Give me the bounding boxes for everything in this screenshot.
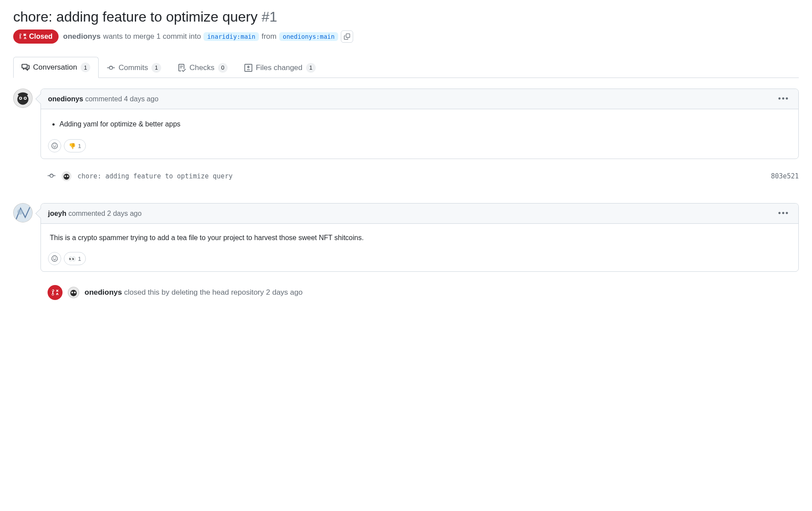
tab-conversation[interactable]: Conversation 1 [13, 57, 99, 78]
avatar[interactable] [13, 89, 33, 108]
comment-box: onedionys commented 4 days ago ••• Addin… [41, 89, 799, 159]
event-text: closed this by deleting the head reposit… [124, 288, 264, 296]
comment-bullet: Adding yaml for optimize & better apps [59, 119, 790, 130]
avatar-small[interactable] [68, 287, 79, 298]
smiley-icon [51, 142, 58, 149]
event-text-wrapper: onedionys closed this by deleting the he… [85, 288, 303, 297]
comment-body: Adding yaml for optimize & better apps [41, 109, 798, 139]
reaction-count: 1 [78, 143, 81, 149]
svg-point-21 [74, 292, 76, 293]
commit-sha[interactable]: 803e521 [771, 172, 799, 180]
timeline-commit: chore: adding feature to optimize query … [48, 167, 799, 185]
comment-body: This is a crypto spammer trying to add a… [41, 224, 798, 252]
svg-point-12 [67, 175, 69, 177]
reaction-count: 1 [78, 256, 81, 262]
tab-count: 1 [306, 63, 316, 73]
comment-actions-menu[interactable]: ••• [776, 93, 791, 104]
reaction-emoji: 👎 [69, 143, 76, 149]
timeline-comment: onedionys commented 4 days ago ••• Addin… [13, 89, 799, 159]
tab-count: 1 [151, 63, 161, 73]
pr-meta-row: Closed onedionys wants to merge 1 commit… [13, 30, 799, 44]
pr-number: #1 [262, 9, 277, 25]
tab-commits[interactable]: Commits 1 [99, 57, 170, 78]
git-pr-closed-icon [52, 289, 59, 296]
comment-actions-menu[interactable]: ••• [776, 208, 791, 219]
svg-point-10 [63, 174, 69, 180]
comment-reactions: 👀 1 [41, 252, 798, 271]
comment-box: joeyh commented 2 days ago ••• This is a… [41, 203, 799, 272]
state-text: Closed [29, 33, 52, 41]
tab-count: 0 [218, 63, 228, 73]
file-diff-icon [244, 64, 252, 72]
avatar-small[interactable] [62, 171, 71, 181]
smiley-icon [51, 255, 58, 262]
commit-icon [107, 64, 115, 72]
base-branch-chip[interactable]: inaridiy:main [203, 32, 259, 41]
comment-header: onedionys commented 4 days ago ••• [41, 89, 798, 109]
commit-node-icon [48, 172, 55, 181]
head-branch-chip[interactable]: onedionys:main [279, 32, 338, 41]
checklist-icon [178, 64, 186, 72]
reaction-thumbs-down[interactable]: 👎 1 [64, 139, 86, 152]
timeline: onedionys commented 4 days ago ••• Addin… [13, 89, 799, 300]
avatar[interactable] [13, 203, 33, 222]
user-avatar-icon [14, 204, 32, 222]
tab-files-changed[interactable]: Files changed 1 [236, 57, 324, 78]
tab-label: Conversation [33, 63, 77, 72]
timeline-event-closed: onedionys closed this by deleting the he… [48, 285, 799, 300]
comment-header: joeyh commented 2 days ago ••• [41, 204, 798, 224]
comment-reactions: 👎 1 [41, 139, 798, 159]
event-time[interactable]: 2 days ago [266, 288, 303, 296]
comment-discussion-icon [22, 63, 30, 71]
commit-message[interactable]: chore: adding feature to optimize query [78, 172, 765, 180]
pr-title-text: chore: adding feature to optimize query [13, 9, 258, 25]
comment-verb: commented [85, 95, 122, 103]
comment-verb: commented [68, 210, 105, 217]
comment-time[interactable]: 4 days ago [124, 95, 159, 103]
svg-point-6 [52, 143, 58, 149]
svg-point-8 [55, 145, 56, 146]
reaction-eyes[interactable]: 👀 1 [64, 252, 86, 265]
tab-count: 1 [81, 63, 90, 72]
svg-point-14 [17, 209, 23, 215]
comment-text: This is a crypto spammer trying to add a… [50, 233, 790, 243]
monkey-avatar-icon [62, 171, 71, 181]
svg-point-11 [64, 175, 66, 177]
closed-event-badge [48, 285, 63, 300]
svg-point-17 [55, 258, 56, 259]
svg-point-15 [52, 256, 58, 262]
tab-label: Commits [118, 63, 148, 72]
tab-label: Checks [189, 63, 214, 72]
pr-title-row: chore: adding feature to optimize query … [13, 9, 799, 25]
add-reaction-button[interactable] [48, 252, 61, 265]
comment-author[interactable]: joeyh [48, 210, 66, 217]
pr-title: chore: adding feature to optimize query … [13, 9, 799, 25]
svg-point-19 [70, 290, 77, 296]
svg-point-4 [20, 98, 21, 99]
svg-point-16 [53, 258, 54, 259]
monkey-avatar-icon [14, 89, 32, 107]
meta-from: from [262, 32, 277, 41]
reaction-emoji: 👀 [69, 256, 76, 262]
copy-branch-button[interactable] [341, 30, 353, 43]
svg-point-7 [53, 145, 54, 146]
tab-checks[interactable]: Checks 0 [170, 57, 236, 78]
copy-icon [344, 33, 350, 40]
comment-author[interactable]: onedionys [48, 95, 83, 103]
event-actor[interactable]: onedionys [85, 288, 122, 296]
git-pr-closed-icon [19, 33, 26, 40]
monkey-avatar-icon [68, 287, 79, 298]
state-badge-closed: Closed [13, 30, 59, 44]
svg-point-20 [71, 292, 73, 293]
pr-tabs: Conversation 1 Commits 1 Checks 0 Files … [13, 57, 799, 78]
timeline-comment: joeyh commented 2 days ago ••• This is a… [13, 203, 799, 272]
tab-label: Files changed [256, 63, 303, 72]
pr-author[interactable]: onedionys [63, 32, 100, 41]
add-reaction-button[interactable] [48, 139, 61, 152]
meta-wants: wants to merge 1 commit into [103, 32, 201, 41]
comment-time[interactable]: 2 days ago [107, 210, 141, 217]
pr-meta-text: onedionys wants to merge 1 commit into i… [63, 30, 353, 43]
svg-point-5 [25, 98, 26, 99]
